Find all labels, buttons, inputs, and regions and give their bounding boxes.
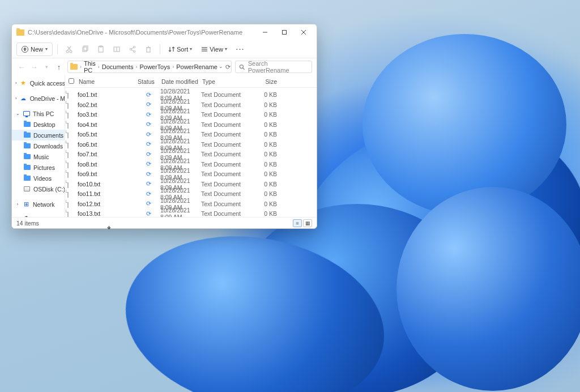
folder-icon [24, 165, 31, 170]
folder-icon [24, 143, 31, 148]
col-status[interactable]: Status [137, 78, 160, 85]
table-row[interactable]: foo5.txt⟳10/28/2021 8:09 AMText Document… [65, 127, 317, 138]
file-type: Text Document [201, 190, 248, 197]
file-size: 0 KB [248, 101, 282, 108]
maximize-button[interactable] [275, 25, 294, 39]
sync-icon: ⟳ [137, 151, 160, 158]
col-date[interactable]: Date modified [160, 78, 201, 85]
sync-icon: ⟳ [137, 101, 160, 108]
sidebar-item-videos[interactable]: Videos [12, 173, 65, 184]
file-icon [67, 121, 69, 129]
file-size: 0 KB [248, 190, 282, 197]
table-row[interactable]: foo8.txt⟳10/28/2021 8:09 AMText Document… [65, 157, 317, 168]
table-row[interactable]: foo6.txt⟳10/28/2021 8:09 AMText Document… [65, 138, 317, 148]
svg-point-27 [240, 65, 244, 68]
breadcrumb-item[interactable]: Documents [102, 63, 134, 70]
copy-button[interactable] [78, 42, 92, 56]
col-size[interactable]: Size [248, 78, 282, 85]
sync-icon: ⟳ [137, 160, 160, 168]
file-type: Text Document [201, 181, 248, 188]
chevron-right-icon: › [15, 96, 17, 101]
thumbnails-view-button[interactable]: ▦ [303, 219, 312, 227]
share-button[interactable] [126, 42, 139, 56]
close-button[interactable] [294, 25, 313, 39]
table-row[interactable]: foo10.txt⟳10/28/2021 8:09 AMText Documen… [65, 177, 317, 188]
table-row[interactable]: foo2.txt⟳10/28/2021 8:09 AMText Document… [65, 98, 317, 108]
table-row[interactable]: foo7.txt⟳10/28/2021 8:09 AMText Document… [65, 147, 317, 157]
chevron-down-icon[interactable]: ⌄ [219, 63, 223, 71]
breadcrumb-item[interactable]: PowerRename [176, 63, 218, 70]
table-row[interactable]: foo11.txt⟳10/28/2021 8:09 AMText Documen… [65, 187, 317, 197]
recent-button[interactable]: ▾ [41, 64, 52, 70]
file-name: foo11.txt [78, 190, 137, 197]
address-bar-row: ← → ▾ ↑ › This PC › Documents › PowerToy… [12, 58, 317, 75]
search-input[interactable]: Search PowerRename [235, 61, 312, 73]
sidebar-item-documents[interactable]: Documents [12, 130, 65, 140]
table-row[interactable]: foo13.txt⟳10/28/2021 8:09 AMText Documen… [65, 207, 317, 217]
table-row[interactable]: foo9.txt⟳10/28/2021 8:09 AMText Document… [65, 167, 317, 177]
sort-button[interactable]: Sort ▾ [165, 42, 195, 56]
cut-button[interactable] [62, 42, 76, 56]
file-name: foo9.txt [78, 171, 137, 177]
table-row[interactable]: foo12.txt⟳10/28/2021 8:09 AMText Documen… [65, 197, 317, 207]
col-name[interactable]: Name [78, 78, 137, 85]
select-all-checkbox[interactable] [69, 78, 74, 84]
breadcrumb[interactable]: › This PC › Documents › PowerToys › Powe… [67, 61, 232, 73]
sidebar: ›★Quick access ›☁OneDrive - Micro ⌄This … [12, 75, 65, 217]
svg-rect-1 [283, 31, 287, 35]
rename-button[interactable] [110, 42, 123, 56]
up-button[interactable]: ↑ [54, 63, 64, 71]
sidebar-item-pictures[interactable]: Pictures [12, 162, 65, 173]
file-icon [67, 210, 69, 217]
folder-icon [24, 122, 31, 127]
minimize-button[interactable] [255, 25, 275, 39]
file-type: Text Document [201, 161, 248, 168]
view-label: View [210, 46, 223, 53]
sidebar-item-music[interactable]: Music [12, 151, 65, 162]
view-button[interactable]: View ▾ [198, 42, 231, 56]
new-label: New [31, 46, 43, 53]
table-row[interactable]: foo1.txt⟳10/28/2021 8:09 AMText Document… [65, 88, 317, 98]
more-button[interactable]: ··· [233, 46, 248, 53]
table-row[interactable]: foo4.txt⟳10/28/2021 8:09 AMText Document… [65, 118, 317, 128]
sidebar-item-desktop[interactable]: Desktop [12, 119, 65, 130]
breadcrumb-item[interactable]: This PC [84, 61, 96, 73]
explorer-window: C:\Users\dedavis\OneDrive - Microsoft\Do… [11, 24, 317, 229]
sidebar-item-onedrive[interactable]: ›☁OneDrive - Micro [12, 93, 65, 104]
sidebar-item-osdisk[interactable]: OSDisk (C:) [12, 184, 65, 194]
sync-icon: ⟳ [137, 121, 160, 128]
col-type[interactable]: Type [201, 78, 248, 85]
new-button[interactable]: New ▾ [16, 42, 53, 56]
titlebar[interactable]: C:\Users\dedavis\OneDrive - Microsoft\Do… [12, 24, 317, 40]
file-type: Text Document [201, 121, 248, 128]
file-type: Text Document [201, 91, 248, 98]
file-name: foo12.txt [78, 201, 137, 207]
file-icon [67, 160, 69, 168]
file-icon [67, 140, 69, 148]
file-type: Text Document [201, 141, 248, 148]
folder-icon [24, 154, 31, 159]
refresh-icon[interactable]: ⟳ [225, 63, 231, 71]
file-type: Text Document [201, 151, 248, 157]
chevron-right-icon: › [15, 202, 20, 207]
forward-button[interactable]: → [29, 63, 39, 71]
toolbar: New ▾ Sort ▾ View ▾ ··· [12, 40, 317, 58]
column-headers[interactable]: Name Status Date modified Type Size [65, 75, 317, 88]
paste-button[interactable] [94, 42, 108, 56]
file-name: foo10.txt [78, 181, 137, 188]
sidebar-item-downloads[interactable]: Downloads [12, 140, 65, 151]
sync-icon: ⟳ [137, 180, 160, 188]
sidebar-item-this-pc[interactable]: ⌄This PC [12, 108, 65, 119]
breadcrumb-item[interactable]: PowerToys [139, 63, 170, 70]
search-icon [239, 64, 245, 70]
sidebar-item-quick-access[interactable]: ›★Quick access [12, 78, 65, 88]
file-size: 0 KB [248, 131, 282, 138]
details-view-button[interactable]: ≡ [293, 219, 302, 227]
file-name: foo6.txt [78, 141, 137, 148]
delete-button[interactable] [142, 42, 155, 56]
folder-icon [24, 176, 31, 181]
chevron-right-icon: › [134, 64, 138, 70]
sidebar-item-network[interactable]: ›⊞Network [12, 199, 65, 210]
table-row[interactable]: foo3.txt⟳10/28/2021 8:09 AMText Document… [65, 108, 317, 118]
back-button[interactable]: ← [16, 63, 27, 71]
